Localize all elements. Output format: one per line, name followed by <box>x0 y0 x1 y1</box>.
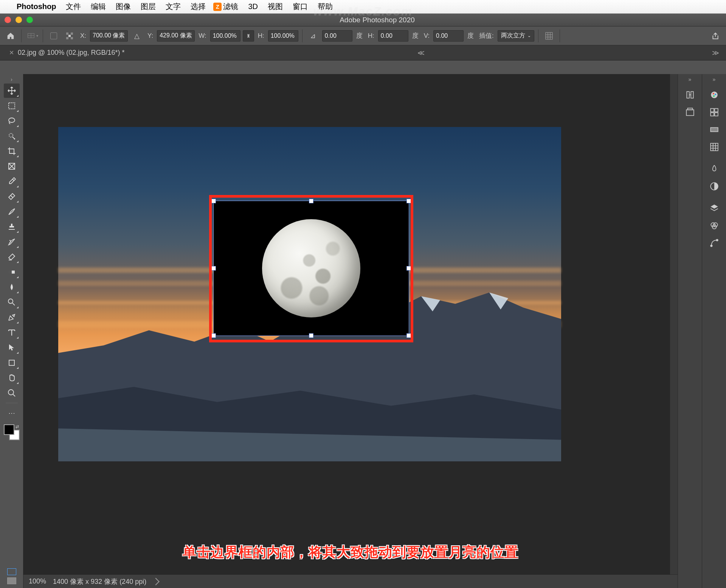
marquee-tool[interactable] <box>4 99 20 113</box>
interp-select[interactable]: 两次立方 ⌄ <box>498 30 534 42</box>
svg-point-15 <box>8 390 14 395</box>
screen-mode-full[interactable] <box>7 577 16 584</box>
x-input[interactable] <box>90 30 128 42</box>
swap-colors-icon[interactable]: ⇄ <box>16 424 19 429</box>
svg-rect-24 <box>710 108 714 112</box>
zoom-tool[interactable] <box>4 386 20 400</box>
v-skew-input[interactable] <box>433 30 464 42</box>
transform-mode-button[interactable]: ▾ <box>25 29 39 43</box>
history-brush-tool[interactable] <box>4 235 20 249</box>
dodge-tool[interactable] <box>4 295 20 309</box>
adjustments-panel-icon[interactable] <box>706 179 723 194</box>
svg-rect-4 <box>66 37 68 39</box>
document-tab[interactable]: ✕ 02.jpg @ 100% (02.jpg, RGB/16*) * <box>4 45 130 60</box>
dock-collapse-right[interactable]: » <box>713 76 716 86</box>
svg-rect-3 <box>68 35 71 37</box>
history-panel-icon[interactable] <box>681 87 699 102</box>
svg-rect-2 <box>71 32 73 35</box>
menu-view[interactable]: 视图 <box>268 2 283 12</box>
document-canvas[interactable] <box>58 127 561 461</box>
w-input[interactable] <box>210 30 240 42</box>
menu-3d[interactable]: 3D <box>248 2 258 11</box>
zoom-level[interactable]: 100% <box>29 577 46 585</box>
y-input[interactable] <box>157 30 195 42</box>
tab-overflow-right[interactable]: ≫ <box>712 49 722 57</box>
window-close-button[interactable] <box>5 17 11 23</box>
mac-menubar: Photoshop 文件 编辑 图像 图层 文字 选择 Z 滤镜 3D 视图 窗… <box>0 0 726 14</box>
stamp-tool[interactable] <box>4 220 20 234</box>
vertical-scrollbar[interactable] <box>670 74 678 574</box>
svg-rect-19 <box>687 108 692 110</box>
document-tab-bar: ✕ 02.jpg @ 100% (02.jpg, RGB/16*) * ≪ ≫ <box>0 45 726 60</box>
z-badge-icon: Z <box>213 3 222 11</box>
foreground-color[interactable] <box>4 424 14 435</box>
app-window: Adobe Photoshop 2020 ▾ X: △ Y: W: H: ⊿ <box>0 14 726 588</box>
frame-tool[interactable] <box>4 159 20 173</box>
angle-input[interactable] <box>322 30 352 42</box>
swatches-panel-icon[interactable] <box>706 105 723 120</box>
grid-toggle-button[interactable] <box>542 29 556 43</box>
doc-info[interactable]: 1400 像素 x 932 像素 (240 ppi) <box>53 577 146 586</box>
type-tool[interactable] <box>4 325 20 340</box>
healing-tool[interactable] <box>4 189 20 204</box>
gradient-tool[interactable] <box>4 265 20 279</box>
brush-tool[interactable] <box>4 204 20 219</box>
menu-select[interactable]: 选择 <box>191 2 206 12</box>
window-title: Adobe Photoshop 2020 <box>33 16 721 24</box>
quick-select-tool[interactable] <box>4 129 20 143</box>
menu-edit[interactable]: 编辑 <box>91 2 106 12</box>
move-tool[interactable] <box>4 84 20 98</box>
menu-image[interactable]: 图像 <box>116 2 131 12</box>
color-panel-icon[interactable] <box>706 87 723 102</box>
color-swatch[interactable]: ⇄ <box>4 424 20 440</box>
right-panel-dock: » » <box>678 74 726 588</box>
window-maximize-button[interactable] <box>26 17 33 23</box>
svg-rect-7 <box>9 103 15 109</box>
home-button[interactable] <box>4 29 17 43</box>
shape-tool[interactable] <box>4 356 20 370</box>
svg-rect-1 <box>66 32 68 35</box>
tab-overflow-left[interactable]: ≪ <box>414 49 428 57</box>
delta-button[interactable]: △ <box>130 29 144 43</box>
lasso-tool[interactable] <box>4 114 20 128</box>
gradients-panel-icon[interactable] <box>706 122 723 137</box>
tab-label: 02.jpg @ 100% (02.jpg, RGB/16*) * <box>18 49 124 57</box>
app-name[interactable]: Photoshop <box>17 2 56 11</box>
menu-file[interactable]: 文件 <box>66 2 81 12</box>
patterns-panel-icon[interactable] <box>706 139 723 155</box>
screen-mode-standard[interactable] <box>7 568 16 575</box>
eyedropper-tool[interactable] <box>4 174 20 189</box>
menu-filter[interactable]: 滤镜 <box>223 2 238 12</box>
reference-point-grid[interactable] <box>63 29 76 43</box>
libraries-panel-icon[interactable] <box>706 161 723 176</box>
tutorial-highlight <box>209 195 413 342</box>
dock-collapse-left[interactable]: » <box>689 76 692 86</box>
svg-point-13 <box>8 299 13 303</box>
hand-tool[interactable] <box>4 371 20 385</box>
share-button[interactable] <box>709 29 722 43</box>
aspect-link-button[interactable] <box>243 30 254 42</box>
window-minimize-button[interactable] <box>16 17 22 23</box>
channels-panel-icon[interactable] <box>706 218 723 233</box>
edit-toolbar-button[interactable]: ⋯ <box>4 406 20 420</box>
crop-tool[interactable] <box>4 144 20 158</box>
properties-panel-icon[interactable] <box>681 105 699 120</box>
eraser-tool[interactable] <box>4 250 20 264</box>
menu-type[interactable]: 文字 <box>166 2 181 12</box>
reference-point-toggle[interactable] <box>47 29 60 43</box>
menu-layer[interactable]: 图层 <box>141 2 156 12</box>
w-label: W: <box>199 32 206 40</box>
paths-panel-icon[interactable] <box>706 235 723 251</box>
layers-panel-icon[interactable] <box>706 201 723 216</box>
h-input[interactable] <box>268 30 298 42</box>
tab-close-button[interactable]: ✕ <box>9 49 14 56</box>
status-flyout[interactable] <box>152 578 160 585</box>
canvas-area[interactable]: 单击边界框的内部，将其大致拖动到要放置月亮的位置 100% 1400 像素 x … <box>23 74 678 588</box>
path-select-tool[interactable] <box>4 340 20 355</box>
menu-help[interactable]: 帮助 <box>318 2 333 12</box>
blur-tool[interactable] <box>4 280 20 294</box>
menu-window[interactable]: 窗口 <box>293 2 308 12</box>
toolbox-collapse[interactable]: › <box>11 76 12 83</box>
pen-tool[interactable] <box>4 310 20 325</box>
h-skew-input[interactable] <box>378 30 408 42</box>
